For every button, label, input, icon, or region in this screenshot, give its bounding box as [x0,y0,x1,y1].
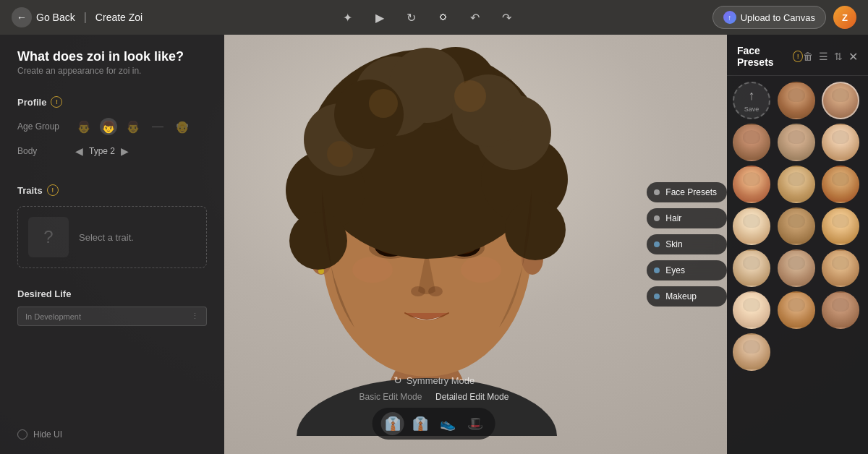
preset-item[interactable] [733,291,770,329]
panel-header: What does zoi in look like? Create an ap… [17,49,207,76]
tool-icon-camera[interactable]: ▶ [370,7,390,27]
save-icon: ↑ [749,88,755,103]
age-group-selector[interactable]: 👨 👦 👨 — 👴 [75,118,191,135]
tool-icon-circle[interactable]: ⭘ [433,7,454,27]
preset-item[interactable] [733,207,770,245]
profile-warning-icon: ! [51,96,62,108]
age-child-icon[interactable]: 👨 [75,118,93,135]
preset-item[interactable] [733,249,770,287]
svg-point-32 [505,200,566,260]
preset-item[interactable] [778,166,815,203]
age-adult-icon[interactable]: 👨 [124,118,142,135]
floating-item-makeup[interactable]: Makeup [647,286,727,307]
svg-point-35 [327,141,353,167]
svg-point-15 [428,286,443,296]
right-floating-menu: Face Presets Hair Skin Eyes Makeup [647,182,727,307]
preset-item[interactable] [822,82,859,119]
svg-point-16 [352,257,393,283]
age-group-row: Age Group 👨 👦 👨 — 👴 [17,118,207,135]
preset-item[interactable] [733,166,770,203]
go-back-button[interactable]: ← Go Back [12,7,75,27]
tool-icon-undo[interactable]: ↶ [465,7,485,27]
presets-sort-icon[interactable]: ⇅ [834,51,843,62]
hide-ui-label: Hide UI [33,429,62,440]
svg-point-31 [289,212,347,270]
preset-item[interactable] [778,207,815,245]
hide-ui-icon [17,429,27,440]
svg-point-34 [454,80,486,112]
trait-placeholder-label: Select a trait. [79,232,134,243]
hair-floating-label: Hair [665,213,681,223]
create-title: Create Zoi [95,12,142,23]
presets-delete-icon[interactable]: 🗑 [803,51,813,62]
presets-close-button[interactable]: ✕ [848,50,858,64]
clothing-shirt-icon[interactable]: 👔 [381,412,404,435]
presets-actions: 🗑 ☰ ⇅ ✕ [803,50,858,64]
makeup-floating-label: Makeup [665,291,697,301]
presets-warning-icon: ! [793,51,803,62]
desired-life-title: Desired Life [17,288,207,299]
floating-item-face-presets[interactable]: Face Presets [647,182,727,202]
body-prev-button[interactable]: ◀ [75,145,83,157]
basic-edit-mode-button[interactable]: Basic Edit Mode [359,392,422,402]
top-bar-right: ↑ Upload to Canvas Z [712,6,856,29]
body-label: Body [17,146,75,156]
preset-item[interactable] [778,291,815,329]
tool-icon-sync[interactable]: ↻ [401,7,422,27]
user-avatar[interactable]: Z [833,6,856,29]
profile-section: Profile ! Age Group 👨 👦 👨 — 👴 Body ◀ Typ… [17,96,207,167]
hide-ui-button[interactable]: Hide UI [17,429,62,440]
panel-subtitle: Create an appearance for zoi in. [17,66,207,76]
floating-item-eyes[interactable]: Eyes [647,260,727,280]
preset-item[interactable] [778,124,815,161]
body-selector: ◀ Type 2 ▶ [75,145,129,157]
edit-mode-row: Basic Edit Mode Detailed Edit Mode [359,392,509,402]
preset-item[interactable] [733,333,770,371]
preset-item[interactable] [778,249,815,287]
top-bar: ← Go Back | Create Zoi ✦ ▶ ↻ ⭘ ↶ ↷ ↑ Upl… [0,0,868,35]
preset-item[interactable] [822,166,859,203]
body-next-button[interactable]: ▶ [121,145,129,157]
in-development-badge: In Development ⋮ [17,307,207,326]
age-teen-icon[interactable]: 👦 [100,118,117,135]
clothing-shoes-icon[interactable]: 👟 [436,412,459,435]
svg-point-14 [411,286,425,296]
upload-icon: ↑ [723,11,736,24]
body-row: Body ◀ Type 2 ▶ [17,145,207,157]
presets-grid: ↑ Save [727,76,868,454]
preset-save-button[interactable]: ↑ Save [733,82,770,119]
symmetry-icon: ↻ [393,374,402,386]
upload-label: Upload to Canvas [741,12,815,23]
presets-filter-icon[interactable]: ☰ [819,51,828,62]
preset-item[interactable] [822,124,859,161]
presets-panel-title: Face Presets ! [737,45,803,68]
dot-icon [654,241,660,247]
preset-item[interactable] [822,291,859,329]
tool-icon-redo[interactable]: ↷ [497,7,517,27]
svg-point-29 [334,80,404,149]
tool-icon-1[interactable]: ✦ [338,7,358,27]
symmetry-mode-row: ↻ Symmetry Mode [393,374,475,386]
profile-section-title: Profile ! [17,96,207,108]
preset-item[interactable] [733,124,770,161]
age-elder-icon[interactable]: 👴 [174,118,191,135]
top-bar-left: ← Go Back | Create Zoi [12,7,142,27]
dot-icon [654,215,660,221]
dot-icon [654,189,660,195]
upload-to-canvas-button[interactable]: ↑ Upload to Canvas [712,6,826,29]
floating-item-hair[interactable]: Hair [647,208,727,228]
panel-title: What does zoi in look like? [17,49,207,64]
preset-item[interactable] [822,249,859,287]
trait-slot[interactable]: ? Select a trait. [17,206,207,268]
preset-item[interactable] [822,207,859,245]
save-text: Save [744,106,760,113]
clothing-pants-icon[interactable]: 👔 [409,412,432,435]
floating-item-skin[interactable]: Skin [647,234,727,254]
preset-item[interactable] [778,82,815,119]
clothing-accessory-icon[interactable]: 🎩 [464,412,487,435]
body-value: Type 2 [89,146,115,156]
presets-header: Face Presets ! 🗑 ☰ ⇅ ✕ [727,35,868,76]
clothing-selector: 👔 👔 👟 🎩 [373,408,495,440]
in-development-icon: ⋮ [191,312,199,321]
detailed-edit-mode-button[interactable]: Detailed Edit Mode [435,392,509,402]
